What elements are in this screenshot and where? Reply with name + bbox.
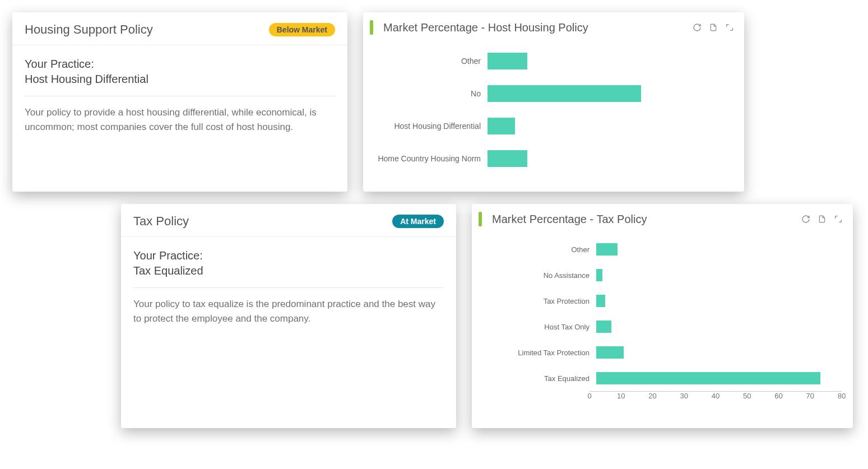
chart-bar-row: Tax Equalized [477, 365, 842, 391]
expand-icon[interactable] [725, 23, 734, 32]
chart-bar [596, 346, 624, 359]
housing-info-body: Your Practice: Host Housing Differential… [12, 45, 347, 150]
chart-bar [488, 85, 641, 102]
chart-category-label: No [369, 89, 488, 98]
chart-bar-track [596, 269, 842, 281]
chart-bar-track [488, 85, 733, 102]
tax-chart-header: Market Percentage - Tax Policy [472, 204, 853, 232]
chart-category-label: Tax Equalized [477, 374, 596, 383]
chart-x-tick: 40 [712, 392, 720, 400]
tax-info-card: Tax Policy At Market Your Practice: Tax … [121, 204, 456, 428]
chart-bar [596, 243, 618, 256]
chart-category-label: Host Tax Only [477, 323, 596, 331]
chart-bar-track [488, 150, 733, 167]
chart-bar [596, 372, 820, 384]
chart-x-tick: 60 [774, 392, 782, 400]
chart-bar [596, 269, 602, 281]
chart-category-label: Other [477, 245, 596, 254]
chart-bar-row: Other [477, 236, 842, 262]
housing-practice-label: Your Practice: [25, 57, 335, 72]
divider [25, 96, 335, 96]
chart-category-label: Limited Tax Protection [477, 349, 596, 357]
chart-category-label: Tax Protection [477, 297, 596, 305]
chart-bar-row: Other [369, 45, 733, 77]
housing-chart-title: Market Percentage - Host Housing Policy [383, 21, 693, 34]
chart-x-tick: 50 [743, 392, 751, 400]
chart-toolbar [801, 215, 843, 224]
housing-chart-card: Market Percentage - Host Housing Policy … [363, 12, 744, 192]
chart-x-tick: 80 [838, 392, 846, 400]
document-icon[interactable] [818, 215, 826, 224]
chart-x-tick: 20 [648, 392, 656, 400]
chart-x-tick: 10 [617, 392, 625, 400]
chart-category-label: Other [369, 57, 488, 66]
chart-bar-row: Tax Protection [477, 288, 842, 314]
chart-bar-row: Host Tax Only [477, 314, 842, 340]
tax-practice-description: Your policy to tax equalize is the predo… [133, 297, 444, 326]
housing-status-badge: Below Market [269, 23, 335, 36]
housing-practice-value: Host Housing Differential [25, 72, 335, 87]
chart-x-tick: 70 [806, 392, 814, 400]
chart-x-axis: 01020304050607080 [590, 391, 842, 404]
tax-chart-plot: OtherNo AssistanceTax ProtectionHost Tax… [472, 232, 853, 414]
chart-bar-track [488, 53, 733, 69]
chart-toolbar [693, 23, 734, 32]
housing-info-header: Housing Support Policy Below Market [12, 12, 347, 45]
tax-status-badge: At Market [392, 215, 444, 228]
accent-bar [479, 212, 482, 226]
chart-bar [488, 53, 527, 69]
tax-title: Tax Policy [133, 214, 189, 229]
tax-info-header: Tax Policy At Market [121, 204, 456, 237]
chart-bar-row: No [369, 77, 733, 110]
chart-bar-track [596, 243, 842, 256]
chart-category-label: No Assistance [477, 271, 596, 280]
chart-bar [596, 321, 611, 333]
divider [133, 287, 444, 288]
chart-bar [488, 150, 527, 167]
chart-bar-track [596, 321, 842, 333]
chart-bar-row: Home Country Housing Norm [369, 142, 733, 175]
document-icon[interactable] [709, 23, 717, 32]
chart-bar-row: No Assistance [477, 262, 842, 288]
tax-practice-label: Your Practice: [133, 248, 444, 263]
chart-bar [488, 118, 515, 134]
chart-category-label: Home Country Housing Norm [369, 154, 488, 163]
chart-bar [596, 295, 605, 307]
housing-chart-plot: OtherNoHost Housing DifferentialHome Cou… [363, 40, 744, 185]
chart-category-label: Host Housing Differential [369, 122, 488, 131]
chart-bar-track [596, 346, 842, 359]
tax-chart-title: Market Percentage - Tax Policy [492, 213, 801, 226]
housing-title: Housing Support Policy [25, 22, 153, 37]
chart-bar-track [488, 118, 733, 134]
housing-chart-header: Market Percentage - Host Housing Policy [363, 12, 744, 40]
refresh-icon[interactable] [801, 215, 810, 224]
accent-bar [370, 20, 373, 35]
tax-info-body: Your Practice: Tax Equalized Your policy… [121, 237, 456, 341]
expand-icon[interactable] [834, 215, 843, 224]
housing-practice-description: Your policy to provide a host housing di… [25, 105, 335, 134]
refresh-icon[interactable] [693, 23, 702, 32]
housing-info-card: Housing Support Policy Below Market Your… [12, 12, 347, 192]
chart-bar-track [596, 372, 842, 384]
chart-bar-row: Limited Tax Protection [477, 340, 842, 365]
tax-practice-value: Tax Equalized [133, 263, 444, 278]
chart-x-tick: 0 [587, 392, 591, 400]
chart-bar-row: Host Housing Differential [369, 110, 733, 142]
chart-x-tick: 30 [680, 392, 688, 400]
tax-chart-card: Market Percentage - Tax Policy OtherNo A… [472, 204, 853, 428]
chart-bar-track [596, 295, 842, 307]
